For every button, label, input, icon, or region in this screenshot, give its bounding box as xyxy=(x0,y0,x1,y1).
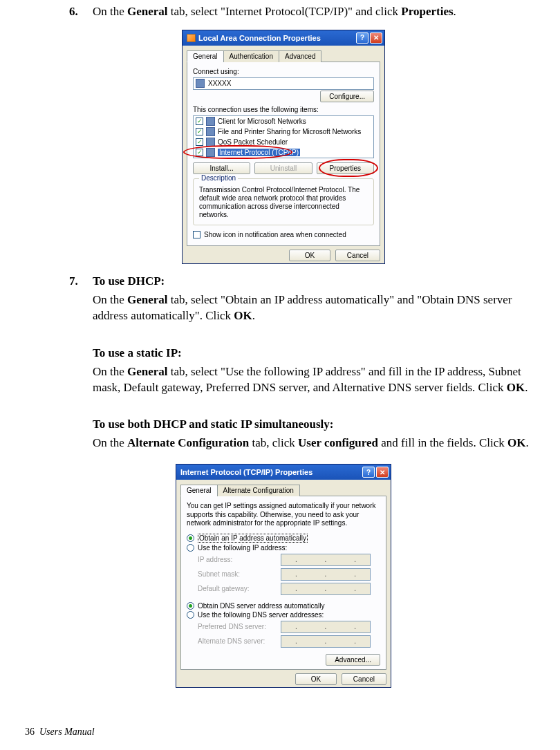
connect-using-label: Connect using: xyxy=(193,68,374,75)
client-icon xyxy=(206,117,215,126)
gateway-label: Default gateway: xyxy=(198,585,281,592)
fileshare-icon xyxy=(206,127,215,136)
radio-use-dns[interactable] xyxy=(187,611,194,619)
close-button[interactable]: ✕ xyxy=(376,467,389,478)
radio-obtain-ip[interactable] xyxy=(187,534,194,542)
help-button[interactable]: ? xyxy=(356,32,368,44)
subnetmask-field: ... xyxy=(281,568,371,581)
use-dhcp-heading: To use DHCP: xyxy=(93,274,165,288)
obtain-ip-label: Obtain an IP address automatically xyxy=(198,534,308,543)
tcpip-icon xyxy=(206,148,215,157)
obtain-dns-label: Obtain DNS server address automatically xyxy=(198,602,324,610)
use-both-heading: To use both DHCP and static IP simultane… xyxy=(93,418,333,431)
preferred-dns-label: Preferred DNS server: xyxy=(198,623,281,630)
use-dhcp-text: On the General tab, select "Obtain an IP… xyxy=(93,292,539,324)
alternate-dns-field: ... xyxy=(281,635,371,648)
checkbox-client[interactable] xyxy=(196,118,203,125)
show-icon-label: Show icon in notification area when conn… xyxy=(204,231,346,238)
use-both-text: On the Alternate Configuration tab, clic… xyxy=(93,435,539,451)
checkbox-show-icon[interactable] xyxy=(193,231,200,238)
use-static-ip-heading: To use a static IP: xyxy=(93,346,182,359)
description-text: Transmission Control Protocol/Internet P… xyxy=(199,186,368,219)
ok-button[interactable]: OK xyxy=(289,250,330,261)
connection-uses-label: This connection uses the following items… xyxy=(193,106,374,113)
ipaddress-field: ... xyxy=(281,554,371,566)
tab-general[interactable]: General xyxy=(180,485,218,496)
dialog-titlebar: Local Area Connection Properties ? ✕ xyxy=(183,30,384,46)
configure-button[interactable]: Configure... xyxy=(320,91,374,102)
alternate-dns-label: Alternate DNS server: xyxy=(198,637,281,645)
checkbox-tcpip[interactable] xyxy=(196,149,203,156)
tab-general[interactable]: General xyxy=(187,50,224,62)
tab-advanced[interactable]: Advanced xyxy=(279,50,321,62)
ok-button[interactable]: OK xyxy=(295,673,337,685)
install-button[interactable]: Install... xyxy=(193,162,250,174)
cancel-button[interactable]: Cancel xyxy=(335,250,380,261)
dialog-title: Internet Protocol (TCP/IP) Properties xyxy=(180,468,312,476)
dialog-titlebar: Internet Protocol (TCP/IP) Properties ? … xyxy=(176,465,391,480)
tab-alternate-configuration[interactable]: Alternate Configuration xyxy=(217,485,300,496)
tab-authentication[interactable]: Authentication xyxy=(223,50,279,62)
preferred-dns-field: ... xyxy=(281,621,371,633)
adapter-icon xyxy=(196,79,205,88)
use-dns-label: Use the following DNS server addresses: xyxy=(198,611,324,619)
radio-use-ip[interactable] xyxy=(187,544,194,552)
item-qos: QoS Packet Scheduler xyxy=(218,138,288,146)
step-6-number: 6. xyxy=(69,4,93,20)
step-6-text: On the General tab, select "Internet Pro… xyxy=(93,4,539,20)
close-button[interactable]: ✕ xyxy=(370,32,382,44)
description-legend: Description xyxy=(199,174,238,182)
cancel-button[interactable]: Cancel xyxy=(342,673,386,685)
gateway-field: ... xyxy=(281,583,371,595)
dialog-title: Local Area Connection Properties xyxy=(198,34,321,42)
ipaddress-label: IP address: xyxy=(198,556,281,563)
radio-obtain-dns[interactable] xyxy=(187,602,194,610)
advanced-button[interactable]: Advanced... xyxy=(326,654,380,666)
adapter-name: XXXXX xyxy=(208,79,231,87)
local-area-connection-dialog: Local Area Connection Properties ? ✕ Gen… xyxy=(182,30,385,264)
properties-button[interactable]: Properties xyxy=(317,162,374,174)
use-static-ip-text: On the General tab, select "Use the foll… xyxy=(93,364,539,396)
tcpip-properties-dialog: Internet Protocol (TCP/IP) Properties ? … xyxy=(176,464,391,688)
tcpip-blurb: You can get IP settings assigned automat… xyxy=(187,502,380,528)
uninstall-button: Uninstall xyxy=(254,162,312,174)
qos-icon xyxy=(206,138,215,147)
subnetmask-label: Subnet mask: xyxy=(198,570,281,578)
connection-icon xyxy=(187,34,196,42)
item-fileshare: File and Printer Sharing for Microsoft N… xyxy=(218,128,361,135)
item-client: Client for Microsoft Networks xyxy=(218,118,306,125)
item-tcpip[interactable]: Internet Protocol (TCP/IP) xyxy=(218,149,300,156)
step-7-number: 7. xyxy=(69,274,93,454)
help-button[interactable]: ? xyxy=(362,467,375,478)
use-ip-label: Use the following IP address: xyxy=(198,544,287,552)
checkbox-fileshare[interactable] xyxy=(196,128,203,135)
checkbox-qos[interactable] xyxy=(196,138,203,146)
